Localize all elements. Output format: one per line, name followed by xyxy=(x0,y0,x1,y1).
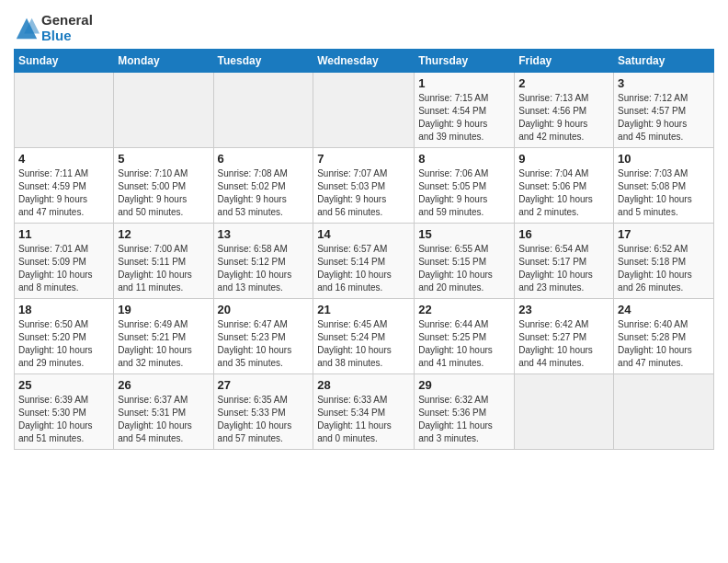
day-number: 5 xyxy=(118,152,209,166)
day-number: 15 xyxy=(418,227,510,241)
day-info: Sunrise: 6:35 AM Sunset: 5:33 PM Dayligh… xyxy=(218,394,310,445)
calendar-cell xyxy=(114,73,213,148)
day-info: Sunrise: 6:55 AM Sunset: 5:15 PM Dayligh… xyxy=(418,243,510,294)
day-number: 2 xyxy=(518,76,609,90)
day-info: Sunrise: 6:54 AM Sunset: 5:17 PM Dayligh… xyxy=(518,243,609,294)
day-number: 24 xyxy=(618,303,710,316)
calendar-cell: 2Sunrise: 7:13 AM Sunset: 4:56 PM Daylig… xyxy=(515,73,614,148)
calendar-cell: 21Sunrise: 6:45 AM Sunset: 5:24 PM Dayli… xyxy=(313,299,415,374)
weekday-header-row: SundayMondayTuesdayWednesdayThursdayFrid… xyxy=(15,50,714,73)
day-info: Sunrise: 6:58 AM Sunset: 5:12 PM Dayligh… xyxy=(218,243,310,294)
day-info: Sunrise: 6:49 AM Sunset: 5:21 PM Dayligh… xyxy=(118,318,209,370)
calendar-cell: 19Sunrise: 6:49 AM Sunset: 5:21 PM Dayli… xyxy=(114,299,213,374)
day-info: Sunrise: 7:13 AM Sunset: 4:56 PM Dayligh… xyxy=(518,92,609,144)
day-number: 29 xyxy=(418,378,510,392)
day-info: Sunrise: 7:03 AM Sunset: 5:08 PM Dayligh… xyxy=(618,167,710,219)
day-number: 26 xyxy=(118,378,209,392)
calendar-cell: 4Sunrise: 7:11 AM Sunset: 4:59 PM Daylig… xyxy=(15,148,114,224)
calendar-week-row: 18Sunrise: 6:50 AM Sunset: 5:20 PM Dayli… xyxy=(15,299,714,374)
day-info: Sunrise: 6:40 AM Sunset: 5:28 PM Dayligh… xyxy=(618,318,710,370)
day-number: 13 xyxy=(218,227,310,241)
calendar-cell: 24Sunrise: 6:40 AM Sunset: 5:28 PM Dayli… xyxy=(614,299,714,374)
calendar-cell: 27Sunrise: 6:35 AM Sunset: 5:33 PM Dayli… xyxy=(213,374,313,450)
calendar-cell xyxy=(614,374,714,450)
day-info: Sunrise: 7:08 AM Sunset: 5:02 PM Dayligh… xyxy=(218,167,310,219)
calendar-week-row: 1Sunrise: 7:15 AM Sunset: 4:54 PM Daylig… xyxy=(15,73,714,148)
day-info: Sunrise: 6:42 AM Sunset: 5:27 PM Dayligh… xyxy=(518,318,609,370)
day-number: 10 xyxy=(618,152,710,166)
calendar-week-row: 25Sunrise: 6:39 AM Sunset: 5:30 PM Dayli… xyxy=(15,374,714,450)
day-info: Sunrise: 6:50 AM Sunset: 5:20 PM Dayligh… xyxy=(18,318,109,370)
calendar-cell: 8Sunrise: 7:06 AM Sunset: 5:05 PM Daylig… xyxy=(415,148,515,224)
calendar-cell: 26Sunrise: 6:37 AM Sunset: 5:31 PM Dayli… xyxy=(114,374,213,450)
calendar-cell: 10Sunrise: 7:03 AM Sunset: 5:08 PM Dayli… xyxy=(614,148,714,224)
weekday-header-monday: Monday xyxy=(114,50,213,73)
calendar-cell: 15Sunrise: 6:55 AM Sunset: 5:15 PM Dayli… xyxy=(415,224,515,299)
calendar-body: 1Sunrise: 7:15 AM Sunset: 4:54 PM Daylig… xyxy=(15,73,714,450)
calendar-cell: 7Sunrise: 7:07 AM Sunset: 5:03 PM Daylig… xyxy=(313,148,415,224)
calendar-cell xyxy=(515,374,614,450)
calendar-week-row: 4Sunrise: 7:11 AM Sunset: 4:59 PM Daylig… xyxy=(15,148,714,224)
logo-text-line1: General xyxy=(41,13,93,29)
calendar-cell: 17Sunrise: 6:52 AM Sunset: 5:18 PM Dayli… xyxy=(614,224,714,299)
calendar-table: SundayMondayTuesdayWednesdayThursdayFrid… xyxy=(14,49,714,450)
day-number: 14 xyxy=(317,227,410,241)
day-info: Sunrise: 6:32 AM Sunset: 5:36 PM Dayligh… xyxy=(418,394,510,445)
calendar-cell: 3Sunrise: 7:12 AM Sunset: 4:57 PM Daylig… xyxy=(614,73,714,148)
calendar-cell: 28Sunrise: 6:33 AM Sunset: 5:34 PM Dayli… xyxy=(313,374,415,450)
day-info: Sunrise: 7:01 AM Sunset: 5:09 PM Dayligh… xyxy=(18,243,109,294)
calendar-cell: 1Sunrise: 7:15 AM Sunset: 4:54 PM Daylig… xyxy=(415,73,515,148)
day-info: Sunrise: 7:06 AM Sunset: 5:05 PM Dayligh… xyxy=(418,167,510,219)
day-info: Sunrise: 7:11 AM Sunset: 4:59 PM Dayligh… xyxy=(18,167,109,219)
day-number: 20 xyxy=(218,303,310,316)
calendar-cell: 16Sunrise: 6:54 AM Sunset: 5:17 PM Dayli… xyxy=(515,224,614,299)
weekday-header-wednesday: Wednesday xyxy=(313,50,415,73)
logo: General Blue xyxy=(14,13,93,43)
weekday-header-friday: Friday xyxy=(515,50,614,73)
calendar-cell xyxy=(15,73,114,148)
day-number: 4 xyxy=(18,152,109,166)
day-info: Sunrise: 7:00 AM Sunset: 5:11 PM Dayligh… xyxy=(118,243,209,294)
day-number: 18 xyxy=(18,303,109,316)
calendar-cell: 12Sunrise: 7:00 AM Sunset: 5:11 PM Dayli… xyxy=(114,224,213,299)
calendar-cell: 6Sunrise: 7:08 AM Sunset: 5:02 PM Daylig… xyxy=(213,148,313,224)
calendar-cell xyxy=(213,73,313,148)
day-info: Sunrise: 6:47 AM Sunset: 5:23 PM Dayligh… xyxy=(218,318,310,370)
day-number: 23 xyxy=(518,303,609,316)
calendar-cell: 25Sunrise: 6:39 AM Sunset: 5:30 PM Dayli… xyxy=(15,374,114,450)
calendar-cell: 29Sunrise: 6:32 AM Sunset: 5:36 PM Dayli… xyxy=(415,374,515,450)
day-number: 17 xyxy=(618,227,710,241)
day-info: Sunrise: 6:37 AM Sunset: 5:31 PM Dayligh… xyxy=(118,394,209,445)
weekday-header-saturday: Saturday xyxy=(614,50,714,73)
calendar-cell: 9Sunrise: 7:04 AM Sunset: 5:06 PM Daylig… xyxy=(515,148,614,224)
day-number: 22 xyxy=(418,303,510,316)
day-info: Sunrise: 6:39 AM Sunset: 5:30 PM Dayligh… xyxy=(18,394,109,445)
day-number: 11 xyxy=(18,227,109,241)
day-number: 25 xyxy=(18,378,109,392)
day-info: Sunrise: 7:12 AM Sunset: 4:57 PM Dayligh… xyxy=(618,92,710,144)
day-number: 12 xyxy=(118,227,209,241)
day-number: 27 xyxy=(218,378,310,392)
calendar-cell: 14Sunrise: 6:57 AM Sunset: 5:14 PM Dayli… xyxy=(313,224,415,299)
calendar-cell: 22Sunrise: 6:44 AM Sunset: 5:25 PM Dayli… xyxy=(415,299,515,374)
calendar-cell: 20Sunrise: 6:47 AM Sunset: 5:23 PM Dayli… xyxy=(213,299,313,374)
day-number: 19 xyxy=(118,303,209,316)
weekday-header-tuesday: Tuesday xyxy=(213,50,313,73)
day-number: 6 xyxy=(218,152,310,166)
day-info: Sunrise: 7:10 AM Sunset: 5:00 PM Dayligh… xyxy=(118,167,209,219)
weekday-header-thursday: Thursday xyxy=(415,50,515,73)
calendar-cell: 11Sunrise: 7:01 AM Sunset: 5:09 PM Dayli… xyxy=(15,224,114,299)
calendar-page: General Blue SundayMondayTuesdayWednesda… xyxy=(0,0,728,459)
day-number: 28 xyxy=(317,378,410,392)
day-number: 7 xyxy=(317,152,410,166)
day-number: 3 xyxy=(618,76,710,90)
day-info: Sunrise: 7:15 AM Sunset: 4:54 PM Dayligh… xyxy=(418,92,510,144)
calendar-cell xyxy=(313,73,415,148)
day-number: 21 xyxy=(317,303,410,316)
day-number: 8 xyxy=(418,152,510,166)
day-number: 9 xyxy=(518,152,609,166)
day-info: Sunrise: 6:44 AM Sunset: 5:25 PM Dayligh… xyxy=(418,318,510,370)
day-info: Sunrise: 6:52 AM Sunset: 5:18 PM Dayligh… xyxy=(618,243,710,294)
day-info: Sunrise: 6:45 AM Sunset: 5:24 PM Dayligh… xyxy=(317,318,410,370)
logo-icon xyxy=(14,16,40,41)
